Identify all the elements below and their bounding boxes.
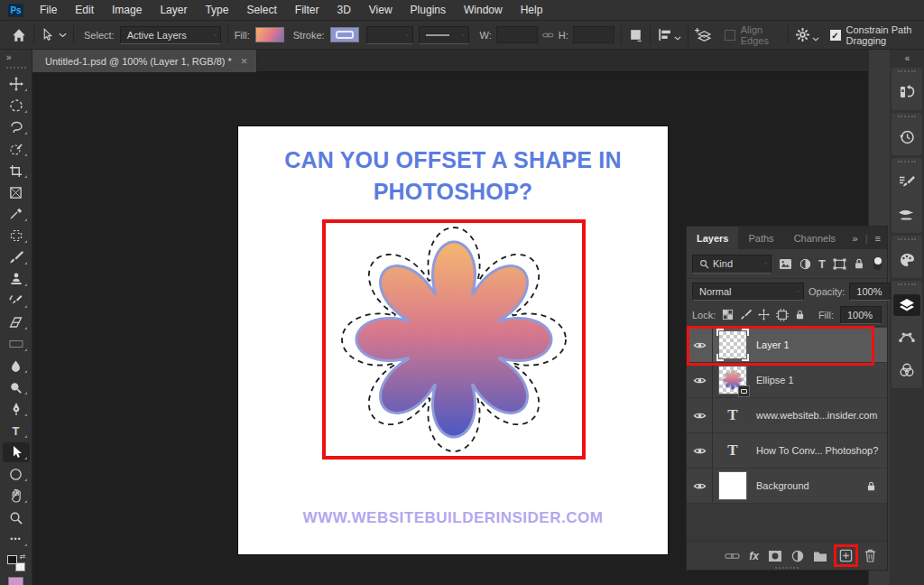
gradient-tool[interactable] [5,337,27,351]
menu-type[interactable]: Type [196,0,237,20]
layer-style-icon[interactable]: fx [749,550,759,562]
home-button[interactable] [11,27,27,43]
new-layer-icon[interactable] [839,549,853,562]
filter-pixel-layers-icon[interactable] [779,258,792,270]
type-tool[interactable]: T [5,423,27,438]
layer-row-background[interactable]: Background [687,469,887,504]
menu-select[interactable]: Select [237,0,285,20]
layer-thumbnail[interactable] [718,330,747,359]
shape-width-input[interactable] [496,26,538,43]
move-tool[interactable] [5,77,27,91]
menu-plugins[interactable]: Plugins [402,0,455,20]
layers-panel-icon[interactable] [893,294,920,316]
tool-preset-button[interactable] [41,28,67,42]
dodge-tool[interactable] [5,380,27,395]
lock-all-icon[interactable] [795,309,805,320]
filter-kind-dropdown[interactable]: Kind [692,255,772,274]
stroke-width-dropdown[interactable] [366,26,413,44]
link-dimensions-icon[interactable] [542,31,554,40]
panel-menu-icon[interactable]: ≡ [875,233,881,244]
tab-channels[interactable]: Channels [784,227,845,249]
fill-dropdown[interactable]: 100% [840,306,882,324]
layer-row-heading-text[interactable]: T How To Conv... Photoshop? [687,433,887,469]
filter-smart-objects-icon[interactable] [854,257,864,270]
document-page[interactable]: CAN YOU OFFSET A SHAPE IN PHOTOSHOP? WWW… [238,126,668,554]
panel-overflow-icon[interactable]: » [853,233,858,244]
quick-selection-tool[interactable] [5,142,27,156]
hand-tool[interactable] [5,488,27,503]
brush-settings-panel-icon[interactable] [893,172,920,193]
path-alignment-button[interactable] [657,27,681,42]
pen-tool[interactable] [5,402,27,416]
close-tab-icon[interactable]: × [241,54,248,68]
layer-row-url-text[interactable]: T www.websiteb...insider.com [687,398,887,433]
current-color-swatch[interactable] [8,577,23,585]
history-brush-tool[interactable] [5,293,27,308]
layer-visibility-toggle[interactable] [687,398,713,432]
layer-visibility-toggle[interactable] [687,433,713,468]
layer-visibility-toggle[interactable] [687,469,713,503]
layer-name[interactable]: Ellipse 1 [756,375,794,385]
frame-tool[interactable] [5,185,27,200]
menu-3d[interactable]: 3D [328,0,359,20]
flower-shape[interactable] [356,242,551,437]
layer-name[interactable]: Layer 1 [756,339,790,350]
photoshop-logo[interactable]: Ps [8,4,23,17]
filter-type-layers-icon[interactable]: T [818,257,826,271]
eraser-tool[interactable] [5,315,27,330]
lock-artboard-icon[interactable] [776,309,789,321]
brush-tool[interactable] [5,250,27,265]
lasso-tool[interactable] [5,120,27,135]
text-layer-thumbnail[interactable]: T [718,401,747,430]
lock-image-pixels-icon[interactable] [740,309,752,320]
panel-resize-grip[interactable] [775,567,799,569]
ellipse-shape-tool[interactable] [5,467,27,481]
layer-name[interactable]: www.websiteb...insider.com [756,410,878,421]
menu-file[interactable]: File [31,0,66,20]
layer-thumbnail[interactable] [718,366,747,395]
menu-layer[interactable]: Layer [151,0,196,20]
filter-adjustment-layers-icon[interactable] [799,258,811,270]
layer-visibility-toggle[interactable] [687,328,713,362]
edit-toolbar-button[interactable]: ••• [5,532,27,546]
layer-filtering-toggle[interactable] [873,257,882,270]
document-tab[interactable]: Untitled-1.psd @ 100% (Layer 1, RGB/8) *… [32,50,257,72]
align-edges-control[interactable]: Align Edges [725,24,777,46]
blur-tool[interactable] [5,358,27,373]
collapse-panels-icon[interactable]: « [890,50,924,65]
brushes-panel-icon[interactable] [893,204,920,226]
history-panel-icon[interactable] [893,126,920,148]
foreground-background-colors[interactable]: ⇄ [7,555,25,571]
layer-name[interactable]: Background [756,480,809,491]
version-history-panel-icon[interactable] [893,81,920,103]
crop-tool[interactable] [5,163,27,178]
tool-options-gear-button[interactable] [795,27,819,42]
filter-shape-layers-icon[interactable] [833,258,846,270]
path-arrangement-button[interactable] [695,27,712,43]
tab-layers[interactable]: Layers [687,227,738,249]
menu-help[interactable]: Help [512,0,552,20]
path-operations-button[interactable] [628,27,643,42]
paths-panel-icon[interactable] [893,327,920,348]
swap-colors-icon[interactable]: ⇄ [20,552,26,561]
menu-filter[interactable]: Filter [286,0,328,20]
layer-visibility-toggle[interactable] [687,363,713,397]
stroke-type-dropdown[interactable] [419,26,469,44]
clone-stamp-tool[interactable] [5,272,27,286]
add-layer-mask-icon[interactable] [768,550,782,562]
lock-position-icon[interactable] [758,309,770,320]
zoom-tool[interactable] [5,510,27,525]
layer-name[interactable]: How To Conv... Photoshop? [756,445,878,456]
align-edges-checkbox[interactable] [725,30,735,41]
tools-panel-grip[interactable] [6,67,26,69]
eyedropper-tool[interactable] [5,207,27,221]
layer-row-layer-1[interactable]: Layer 1 [687,328,887,363]
shape-height-input[interactable] [573,26,614,43]
menu-window[interactable]: Window [455,0,512,20]
spot-healing-brush-tool[interactable] [5,228,27,243]
layer-row-ellipse-1[interactable]: Ellipse 1 [687,363,887,398]
stroke-swatch[interactable] [330,27,359,42]
menu-edit[interactable]: Edit [66,0,103,20]
foreground-color-swatch[interactable] [7,555,17,564]
select-mode-dropdown[interactable]: Active Layers [120,26,221,44]
